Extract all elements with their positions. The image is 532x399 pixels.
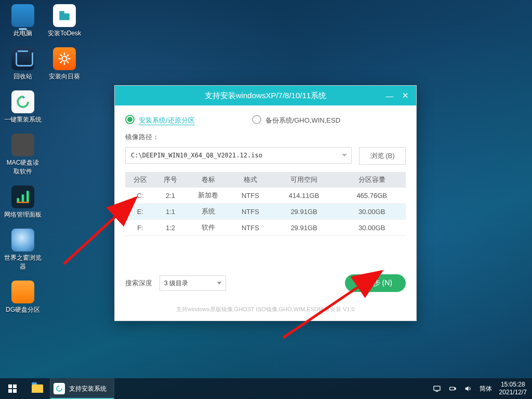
image-path-label: 镜像路径：	[125, 132, 406, 142]
table-cell: NTFS	[231, 188, 270, 204]
image-path-value: C:\DEEPIN_WIN10_X64_Q8_V2021.12.iso	[131, 152, 262, 159]
table-cell: 1:2	[155, 220, 185, 236]
installer-window: 支持安装windowsXP/7/8/10/11系统 ― ✕ 安装系统/还原分区 …	[114, 85, 417, 321]
table-cell: 29.91GB	[270, 204, 338, 220]
start-button[interactable]	[0, 378, 25, 399]
svg-line-10	[67, 61, 69, 63]
table-row[interactable]: C:2:1新加卷NTFS414.11GB465.76GB	[125, 188, 406, 204]
search-depth-label: 搜索深度	[125, 278, 152, 288]
browse-label: 浏览 (B)	[370, 151, 395, 161]
table-cell: 29.91GB	[270, 220, 338, 236]
svg-rect-0	[17, 198, 19, 202]
desktop-icon-label: 网络管理面板	[4, 210, 42, 219]
tray-date: 2021/12/7	[499, 389, 527, 396]
next-button[interactable]: 下一步 (N)	[345, 274, 406, 292]
svg-rect-18	[455, 388, 455, 390]
chevron-down-icon	[342, 154, 347, 157]
desktop-icon-browser[interactable]: 世界之窗浏览器	[4, 229, 42, 271]
desktop-icons-col2: 安装ToDesk 安装向日葵	[46, 4, 83, 90]
table-cell: 30.00GB	[338, 204, 406, 220]
desktop-icon-label: 一键重装系统	[4, 115, 42, 124]
partition-table: 分区 序号 卷标 格式 可用空间 分区容量 C:2:1新加卷NTFS414.11…	[125, 172, 406, 236]
recycle-icon	[11, 47, 34, 70]
desktop-icon-label: MAC硬盘读取软件	[4, 158, 42, 176]
window-title: 支持安装windowsXP/7/8/10/11系统	[205, 91, 326, 101]
search-depth-select[interactable]: 3 级目录	[159, 275, 226, 291]
desktop-icons: 此电脑 回收站 一键重装系统 MAC硬盘读取软件 网络管理面板 世界之窗浏览器 …	[4, 4, 42, 324]
system-tray: 简体 15:05:28 2021/12/7	[433, 381, 532, 396]
svg-rect-2	[26, 191, 29, 202]
desktop-icon-recycle[interactable]: 回收站	[4, 47, 42, 81]
desktop-icon-macdisk[interactable]: MAC硬盘读取软件	[4, 134, 42, 176]
folder-icon	[32, 384, 43, 393]
image-path-dropdown[interactable]: C:\DEEPIN_WIN10_X64_Q8_V2021.12.iso	[125, 147, 352, 164]
close-button[interactable]: ✕	[397, 86, 413, 105]
desktop-icon-label: 回收站	[4, 72, 42, 81]
dg-icon	[11, 281, 34, 303]
desktop-icon-label: DG硬盘分区	[4, 305, 42, 314]
tray-ime[interactable]: 简体	[480, 384, 492, 393]
tray-volume-icon[interactable]	[464, 384, 472, 393]
table-cell: 30.00GB	[338, 220, 406, 236]
table-header-row: 分区 序号 卷标 格式 可用空间 分区容量	[125, 172, 406, 188]
th-total: 分区容量	[338, 172, 406, 188]
monitor-icon	[11, 4, 34, 27]
table-cell: C:	[125, 188, 155, 204]
minimize-button[interactable]: ―	[382, 86, 397, 105]
close-icon: ✕	[402, 91, 409, 100]
table-cell: F:	[125, 220, 155, 236]
svg-rect-3	[17, 202, 29, 203]
table-cell: 系统	[185, 204, 231, 220]
taskbar-app-label: 支持安装系统	[69, 384, 107, 393]
table-row[interactable]: E:1:1系统NTFS29.91GB30.00GB	[125, 204, 406, 220]
desktop-icon-thispc[interactable]: 此电脑	[4, 4, 42, 38]
th-label: 卷标	[185, 172, 231, 188]
taskbar: 支持安装系统 简体 15:05:28 2021/12/7	[0, 378, 532, 399]
desktop-icon-label: 此电脑	[4, 29, 42, 38]
mode-backup-option[interactable]: 备份系统/GHO,WIN,ESD	[252, 115, 340, 125]
svg-line-9	[60, 55, 62, 57]
svg-line-12	[67, 55, 69, 57]
desktop-icon-todesk[interactable]: 安装ToDesk	[46, 4, 83, 38]
table-cell: 软件	[185, 220, 231, 236]
file-explorer-button[interactable]	[25, 378, 50, 399]
table-cell: E:	[125, 204, 155, 220]
desktop-icon-reinstall[interactable]: 一键重装系统	[4, 90, 42, 124]
tray-clock[interactable]: 15:05:28 2021/12/7	[499, 381, 527, 396]
taskbar-app-installer[interactable]: 支持安装系统	[50, 378, 114, 399]
radio-selected-icon	[125, 115, 135, 124]
reinstall-icon	[11, 90, 34, 113]
table-cell: 414.11GB	[270, 188, 338, 204]
sunflower-icon	[53, 47, 76, 70]
footnote: 支持windows原版镜像,GHOST ISO镜像,GHO,WIM,ESD镜像安…	[125, 305, 406, 313]
search-depth-value: 3 级目录	[164, 279, 188, 288]
windows-icon	[8, 384, 17, 393]
table-row[interactable]: F:1:2软件NTFS29.91GB30.00GB	[125, 220, 406, 236]
desktop-icon-dg[interactable]: DG硬盘分区	[4, 281, 42, 314]
desktop-icon-netpanel[interactable]: 网络管理面板	[4, 185, 42, 219]
svg-point-4	[62, 56, 66, 61]
desktop-icon-label: 世界之窗浏览器	[4, 254, 42, 271]
table-cell: 2:1	[155, 188, 185, 204]
svg-rect-15	[434, 386, 440, 390]
svg-rect-17	[449, 387, 454, 390]
installer-app-icon	[54, 383, 65, 394]
table-cell: NTFS	[231, 220, 270, 236]
browse-button[interactable]: 浏览 (B)	[359, 147, 406, 165]
radio-icon	[252, 115, 261, 124]
desktop-icon-sunflower[interactable]: 安装向日葵	[46, 47, 83, 81]
globe-icon	[11, 229, 34, 251]
table-cell: 新加卷	[185, 188, 231, 204]
desktop-icon-label: 安装ToDesk	[46, 29, 83, 38]
apple-icon	[11, 134, 34, 156]
minimize-icon: ―	[386, 91, 394, 100]
mode-backup-label: 备份系统/GHO,WIN,ESD	[265, 116, 340, 124]
th-format: 格式	[231, 172, 270, 188]
tray-display-icon[interactable]	[433, 384, 441, 393]
table-cell: 1:1	[155, 204, 185, 220]
mode-install-option[interactable]: 安装系统/还原分区	[125, 115, 195, 125]
mode-install-label: 安装系统/还原分区	[139, 116, 195, 124]
todesk-icon	[53, 4, 76, 27]
titlebar[interactable]: 支持安装windowsXP/7/8/10/11系统 ― ✕	[115, 86, 416, 105]
tray-battery-icon[interactable]	[448, 384, 457, 393]
